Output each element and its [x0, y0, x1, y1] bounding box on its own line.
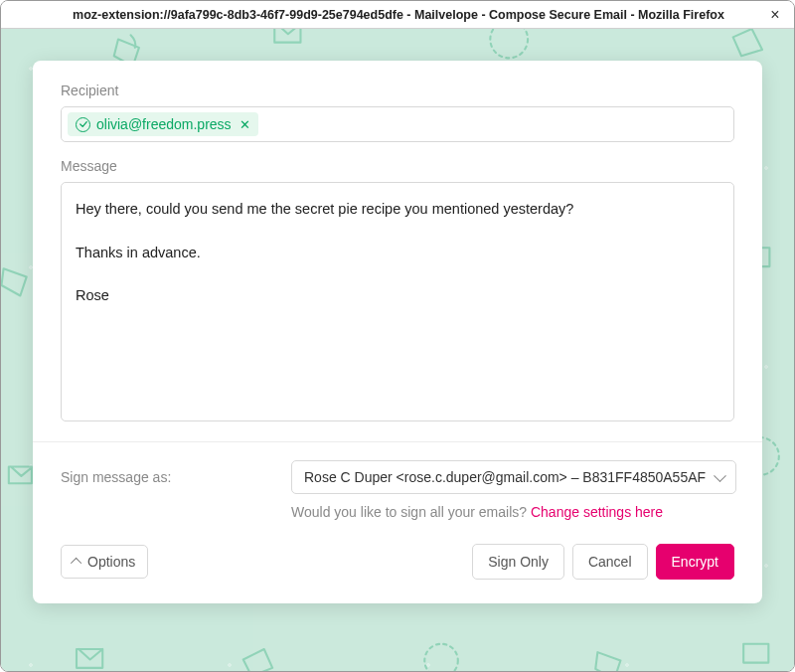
cancel-button[interactable]: Cancel: [572, 544, 648, 580]
options-button[interactable]: Options: [61, 545, 148, 579]
titlebar: moz-extension://9afa799c-8db3-46f7-99d9-…: [1, 1, 794, 29]
sign-row: Sign message as: Rose C Duper <rose.c.du…: [61, 460, 734, 494]
remove-recipient-icon[interactable]: ✕: [238, 117, 250, 132]
content-background: Recipient olivia@freedom.press ✕ Message…: [1, 29, 794, 671]
recipient-input[interactable]: olivia@freedom.press ✕: [61, 106, 734, 142]
divider: [33, 441, 762, 442]
message-label: Message: [61, 158, 734, 174]
sign-hint: Would you like to sign all your emails? …: [61, 504, 734, 520]
sign-label: Sign message as:: [61, 469, 275, 485]
verified-check-icon: [76, 117, 90, 132]
recipient-email: olivia@freedom.press: [96, 116, 232, 132]
sign-only-button[interactable]: Sign Only: [472, 544, 564, 580]
window-title: moz-extension://9afa799c-8db3-46f7-99d9-…: [31, 8, 766, 22]
app-window: moz-extension://9afa799c-8db3-46f7-99d9-…: [0, 0, 795, 672]
recipient-pill: olivia@freedom.press ✕: [68, 112, 258, 136]
svg-point-2: [424, 644, 458, 671]
recipient-label: Recipient: [61, 83, 734, 98]
options-label: Options: [87, 554, 135, 570]
encrypt-button[interactable]: Encrypt: [656, 544, 734, 580]
footer-row: Options Sign Only Cancel Encrypt: [61, 544, 734, 580]
message-textarea[interactable]: [61, 182, 734, 421]
sign-identity-select[interactable]: Rose C Duper <rose.c.duper@gmail.com> – …: [291, 460, 736, 494]
compose-card: Recipient olivia@freedom.press ✕ Message…: [33, 61, 762, 603]
chevron-up-icon: [71, 558, 81, 569]
change-settings-link[interactable]: Change settings here: [531, 504, 663, 520]
close-icon[interactable]: ×: [766, 6, 784, 24]
sign-hint-text: Would you like to sign all your emails?: [291, 504, 531, 520]
svg-point-0: [490, 29, 528, 58]
